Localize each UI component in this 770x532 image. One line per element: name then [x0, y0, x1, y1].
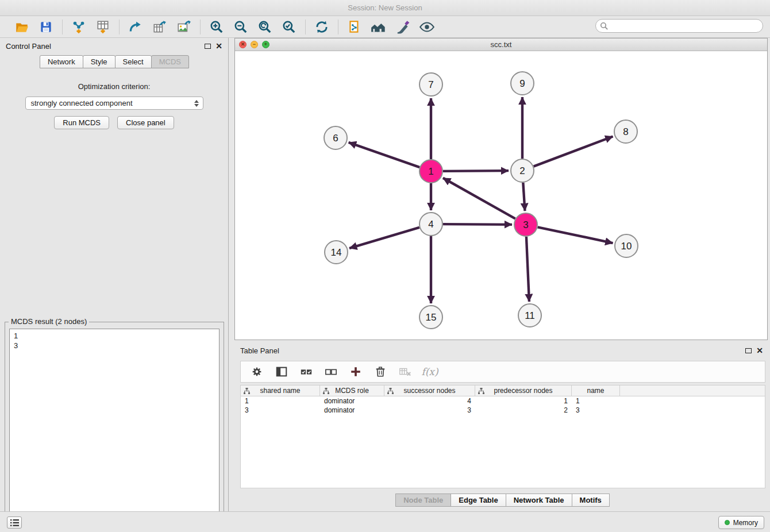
settings-gear-icon[interactable] [249, 364, 264, 379]
status-bar: Memory [0, 511, 770, 532]
mcds-result-group: MCDS result (2 nodes) 1 3 [5, 322, 224, 532]
task-history-button[interactable] [7, 516, 22, 529]
close-table-panel-icon[interactable]: ✕ [756, 346, 763, 354]
float-table-panel-icon[interactable] [745, 348, 752, 353]
search-input[interactable] [595, 19, 763, 33]
table-cell[interactable]: 3 [384, 406, 475, 415]
graph-edge-3-10[interactable] [538, 227, 613, 243]
graph-edge-2-8[interactable] [534, 136, 613, 166]
graph-node-3[interactable]: 3 [514, 213, 537, 236]
add-column-icon[interactable] [348, 364, 363, 379]
network-graph[interactable]: 7968124314101511 [235, 51, 767, 340]
function-builder-icon[interactable]: f(x) [422, 364, 437, 379]
columns-icon[interactable] [274, 364, 289, 379]
network-window-title: scc.txt [491, 40, 512, 49]
tab-mcds[interactable]: MCDS [151, 55, 189, 68]
column-header-mcds-role[interactable]: MCDS role [320, 385, 384, 396]
tab-node-table[interactable]: Node Table [395, 494, 451, 507]
graph-node-2[interactable]: 2 [511, 159, 534, 182]
graph-node-10[interactable]: 10 [615, 234, 638, 257]
table-panel: Table Panel ✕ f(x) share [234, 344, 770, 511]
table-cell[interactable]: 1 [475, 396, 572, 406]
zoom-out-icon[interactable] [232, 18, 249, 36]
graph-node-6[interactable]: 6 [324, 126, 347, 149]
select-all-icon[interactable] [299, 364, 314, 379]
style-paint-icon[interactable] [394, 18, 411, 36]
tab-style[interactable]: Style [83, 55, 116, 68]
tab-select[interactable]: Select [115, 55, 152, 68]
network-file-icon[interactable] [346, 18, 363, 36]
graph-node-11[interactable]: 11 [518, 304, 541, 327]
graph-node-14[interactable]: 14 [325, 241, 348, 264]
show-hide-icon[interactable] [418, 18, 436, 36]
import-table-icon[interactable] [94, 18, 111, 36]
node-table[interactable]: shared nameMCDS rolesuccessor nodesprede… [240, 385, 765, 488]
close-window-icon[interactable]: ✕ [239, 41, 247, 48]
graph-edge-3-11[interactable] [526, 237, 529, 302]
control-panel-tabs: NetworkStyleSelectMCDS [0, 55, 228, 68]
maximize-window-icon[interactable]: + [262, 41, 270, 48]
table-cell[interactable]: dominator [320, 396, 384, 406]
graph-node-9[interactable]: 9 [511, 72, 534, 95]
open-session-icon[interactable] [13, 18, 30, 36]
export-network-icon[interactable] [127, 18, 144, 36]
criterion-dropdown[interactable]: strongly connected component [25, 97, 203, 110]
window-title: Session: New Session [348, 3, 422, 12]
table-row[interactable]: 1dominator411 [241, 396, 765, 406]
table-row[interactable]: 3dominator323 [241, 406, 765, 415]
table-cell[interactable]: 4 [384, 396, 475, 406]
network-canvas[interactable]: 7968124314101511 [235, 51, 767, 340]
graph-edge-1-2[interactable] [443, 171, 509, 171]
import-network-icon[interactable] [70, 18, 87, 36]
tab-network[interactable]: Network [40, 55, 83, 68]
home-view-icon[interactable] [370, 18, 387, 36]
zoom-fit-icon[interactable] [256, 18, 274, 36]
zoom-selected-icon[interactable] [280, 18, 298, 36]
column-header-name[interactable]: name [572, 385, 620, 396]
column-header-successor-nodes[interactable]: successor nodes [384, 385, 475, 396]
graph-edge-1-6[interactable] [349, 142, 420, 167]
table-cell[interactable]: dominator [320, 406, 384, 415]
column-header-predecessor-nodes[interactable]: predecessor nodes [475, 385, 572, 396]
deselect-all-icon[interactable] [324, 364, 338, 379]
float-panel-icon[interactable] [205, 44, 211, 49]
table-cell[interactable]: 3 [241, 406, 320, 415]
graph-node-4[interactable]: 4 [419, 213, 442, 236]
column-header-shared-name[interactable]: shared name [241, 385, 320, 396]
mcds-result-text[interactable]: 1 3 [9, 329, 220, 532]
graph-node-1[interactable]: 1 [419, 160, 442, 183]
table-cell[interactable]: 1 [572, 396, 620, 406]
svg-text:3: 3 [523, 219, 528, 230]
graph-node-15[interactable]: 15 [419, 306, 442, 329]
tab-network-table[interactable]: Network Table [506, 494, 572, 507]
graph-node-7[interactable]: 7 [419, 73, 442, 96]
graph-node-8[interactable]: 8 [614, 120, 637, 143]
zoom-in-icon[interactable] [208, 18, 225, 36]
run-mcds-button[interactable]: Run MCDS [54, 116, 109, 129]
table-cell[interactable]: 3 [572, 406, 620, 415]
table-cell[interactable]: 1 [241, 396, 320, 406]
network-window-titlebar[interactable]: ✕ − + scc.txt [235, 38, 767, 51]
tab-edge-table[interactable]: Edge Table [451, 494, 506, 507]
export-image-icon[interactable] [175, 18, 192, 36]
delete-column-icon[interactable] [373, 364, 388, 379]
apply-layout-icon[interactable] [313, 18, 330, 36]
table-header-row: shared nameMCDS rolesuccessor nodesprede… [241, 385, 765, 396]
minimize-window-icon[interactable]: − [251, 41, 258, 48]
close-panel-icon[interactable]: ✕ [215, 42, 222, 50]
memory-button[interactable]: Memory [718, 516, 764, 529]
svg-text:8: 8 [623, 126, 628, 137]
tab-motifs[interactable]: Motifs [572, 494, 610, 507]
export-table-icon[interactable] [151, 18, 168, 36]
graph-edge-4-3[interactable] [443, 224, 512, 225]
graph-edge-2-3[interactable] [523, 183, 525, 211]
graph-edge-4-14[interactable] [349, 228, 419, 248]
control-panel: Control Panel ✕ NetworkStyleSelectMCDS O… [0, 38, 229, 511]
delete-table-icon[interactable] [398, 364, 413, 379]
memory-status-icon [725, 520, 730, 525]
save-session-icon[interactable] [37, 18, 55, 36]
svg-text:9: 9 [519, 78, 525, 89]
close-panel-button[interactable]: Close panel [117, 116, 174, 129]
table-cell[interactable]: 2 [475, 406, 572, 415]
graph-edge-3-1[interactable] [443, 178, 515, 219]
